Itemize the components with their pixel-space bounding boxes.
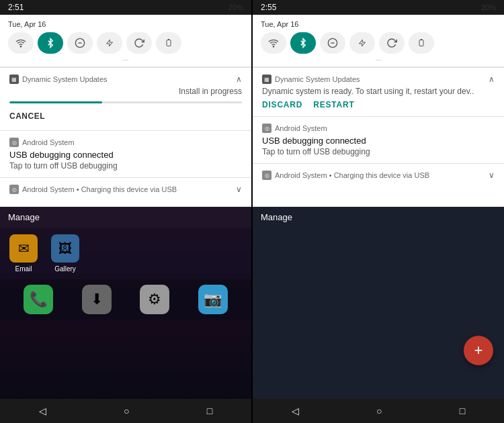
right-dsu-restart[interactable]: RESTART [313, 100, 354, 109]
left-qs-tiles [8, 32, 243, 54]
left-dsu-app: ▦ Dynamic System Updates [9, 75, 108, 84]
right-dsu-app: ▦ Dynamic System Updates [262, 75, 360, 84]
battery-percent-left: 20% [228, 3, 243, 11]
left-charge-chevron[interactable]: ∨ [236, 185, 242, 194]
left-time: 2:51 [8, 3, 24, 12]
left-status-bar: 2:51 20% [0, 0, 251, 15]
qs-tile-battery-right[interactable] [409, 32, 434, 54]
right-fab[interactable]: + [464, 336, 493, 365]
right-nav-bar: ◁ ○ □ [253, 399, 504, 423]
left-notif-dsu[interactable]: ▦ Dynamic System Updates ∧ Install in pr… [0, 67, 251, 130]
battery-percent-right: 20% [481, 3, 496, 11]
email-icon: ✉ [9, 234, 38, 263]
right-dsu-discard[interactable]: DISCARD [262, 100, 302, 109]
left-usb-app: ◎ Android System [9, 138, 75, 147]
right-dsu-text: Dynamic system is ready. To start using … [262, 87, 495, 96]
right-nav-recents[interactable]: □ [446, 402, 478, 420]
qs-tile-battery-left[interactable] [156, 32, 181, 54]
gallery-label: Gallery [54, 265, 76, 273]
svg-rect-10 [419, 40, 423, 46]
right-status-bar: 2:55 20% [253, 0, 504, 15]
right-phone-panel: 2:55 20% Tue, Apr 16 [253, 0, 504, 423]
right-nav-home[interactable]: ○ [363, 402, 395, 420]
right-qs-scroll: — [261, 56, 496, 62]
left-battery-area: 20% [228, 3, 243, 11]
right-charge-app: ◎ Android System • Charging this device … [262, 171, 429, 180]
left-charge-header: ◎ Android System • Charging this device … [9, 185, 242, 194]
left-nav-home[interactable]: ○ [110, 402, 142, 420]
left-usb-header: ◎ Android System [9, 138, 242, 147]
gallery-icon: 🖼 [51, 234, 79, 263]
left-dsu-cancel[interactable]: CANCEL [9, 109, 242, 124]
right-charge-header: ◎ Android System • Charging this device … [262, 171, 495, 180]
right-usb-text: Tap to turn off USB debugging [262, 147, 495, 156]
dock-files[interactable]: ⬇ [82, 285, 112, 314]
dock-phone[interactable]: 📞 [24, 285, 53, 314]
dock-settings[interactable]: ⚙ [140, 285, 169, 314]
qs-tile-flashlight-left[interactable] [97, 32, 122, 54]
app-email[interactable]: ✉ Email [9, 234, 38, 273]
right-usb-header: ◎ Android System [262, 124, 495, 133]
right-bottom-area: Manage + [253, 207, 504, 399]
left-nav-recents[interactable]: □ [194, 402, 226, 420]
left-dsu-progress-bar [9, 101, 102, 103]
left-bottom-area: Manage ✉ Email 🖼 Gallery 📞 ⬇ ⚙ 📷 [0, 207, 251, 399]
left-charge-label: Android System • Charging this device vi… [22, 185, 177, 193]
left-dsu-header: ▦ Dynamic System Updates ∧ [9, 75, 242, 84]
right-usb-app: ◎ Android System [262, 124, 327, 133]
right-qs-date: Tue, Apr 16 [261, 20, 298, 28]
qs-tile-bluetooth-right[interactable] [290, 32, 316, 54]
right-qs-header: Tue, Apr 16 [261, 20, 496, 28]
right-battery-area: 20% [481, 3, 496, 11]
svg-point-6 [273, 46, 274, 47]
left-app-grid: ✉ Email 🖼 Gallery [0, 228, 251, 279]
qs-tile-wifi-left[interactable] [8, 32, 34, 54]
left-notif-usb[interactable]: ◎ Android System USB debugging connected… [0, 130, 251, 177]
left-dock: 📞 ⬇ ⚙ 📷 [0, 279, 251, 320]
right-charge-label: Android System • Charging this device vi… [275, 171, 429, 179]
left-usb-title: USB debugging connected [9, 150, 242, 160]
qs-tile-bluetooth-left[interactable] [38, 32, 63, 54]
qs-tile-dnd-left[interactable] [67, 32, 93, 54]
left-dsu-progress-track [9, 101, 242, 103]
right-charge-chevron[interactable]: ∨ [489, 171, 495, 180]
right-dsu-icon: ▦ [262, 75, 271, 84]
left-dsu-chevron[interactable]: ∧ [236, 75, 242, 84]
email-label: Email [15, 265, 32, 273]
dock-camera[interactable]: 📷 [198, 285, 228, 314]
right-notif-dsu[interactable]: ▦ Dynamic System Updates ∧ Dynamic syste… [253, 67, 504, 116]
right-time: 2:55 [261, 3, 276, 12]
qs-tile-dnd-right[interactable] [320, 32, 345, 54]
right-dsu-actions: DISCARD RESTART [262, 100, 495, 109]
left-usb-text: Tap to turn off USB debugging [9, 161, 242, 171]
qs-tile-rotate-left[interactable] [126, 32, 152, 54]
left-charge-icon: ◎ [9, 185, 19, 194]
left-dsu-status: Install in progress [9, 87, 242, 96]
left-bottom-content: Manage ✉ Email 🖼 Gallery 📞 ⬇ ⚙ 📷 [0, 207, 251, 320]
right-quick-settings: Tue, Apr 16 [253, 15, 504, 67]
left-notification-shade: Tue, Apr 16 [0, 15, 251, 207]
right-notif-charge[interactable]: ◎ Android System • Charging this device … [253, 163, 504, 189]
left-quick-settings: Tue, Apr 16 [0, 15, 251, 67]
left-manage-label: Manage [0, 207, 251, 228]
left-charge-app: ◎ Android System • Charging this device … [9, 185, 177, 194]
left-qs-scroll: — [8, 56, 243, 62]
svg-marker-3 [107, 40, 113, 46]
svg-rect-4 [167, 40, 171, 46]
svg-point-0 [20, 46, 21, 47]
app-gallery[interactable]: 🖼 Gallery [51, 234, 79, 273]
left-nav-back[interactable]: ◁ [26, 402, 60, 420]
right-dsu-header: ▦ Dynamic System Updates ∧ [262, 75, 495, 84]
right-qs-tiles [261, 32, 496, 54]
left-usb-icon: ◎ [9, 138, 19, 147]
left-notif-charge[interactable]: ◎ Android System • Charging this device … [0, 177, 251, 203]
qs-tile-rotate-right[interactable] [379, 32, 405, 54]
right-charge-icon: ◎ [262, 171, 271, 180]
right-notif-usb[interactable]: ◎ Android System USB debugging connected… [253, 116, 504, 163]
right-dsu-chevron[interactable]: ∧ [489, 75, 495, 84]
qs-tile-flashlight-right[interactable] [349, 32, 375, 54]
qs-tile-wifi-right[interactable] [261, 32, 286, 54]
left-nav-bar: ◁ ○ □ [0, 399, 251, 423]
right-nav-back[interactable]: ◁ [278, 402, 312, 420]
right-usb-title: USB debugging connected [262, 136, 495, 146]
